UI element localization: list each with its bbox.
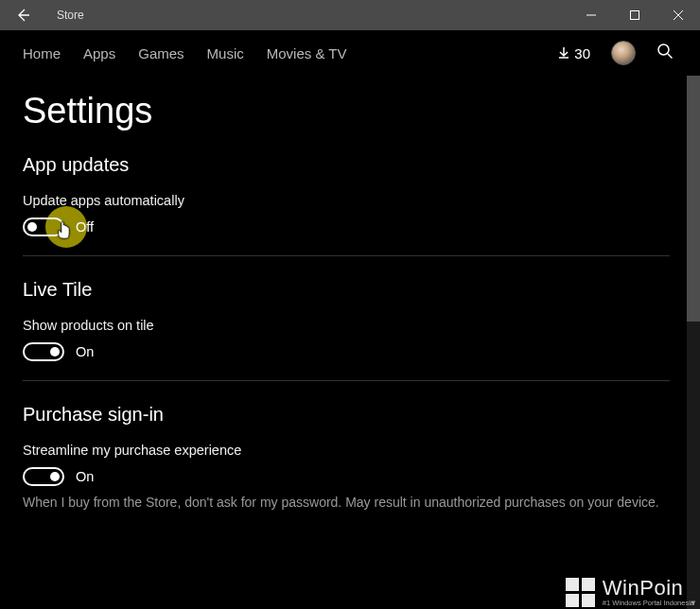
purchase-help-text: When I buy from the Store, don't ask for… — [23, 494, 670, 513]
titlebar: Store — [0, 0, 700, 30]
svg-line-5 — [668, 54, 673, 59]
section-purchase-signin: Purchase sign-in Streamline my purchase … — [23, 404, 670, 513]
section-live-tile: Live Tile Show products on tile On — [23, 279, 670, 361]
minimize-icon — [586, 10, 596, 20]
nav-games[interactable]: Games — [138, 45, 184, 61]
setting-label-streamline: Streamline my purchase experience — [23, 443, 670, 458]
toggle-state-auto-update: Off — [76, 219, 94, 235]
toggle-show-products[interactable] — [23, 342, 64, 361]
avatar[interactable] — [611, 41, 636, 65]
search-icon — [656, 43, 674, 60]
search-button[interactable] — [656, 43, 674, 63]
setting-label-auto-update: Update apps automatically — [23, 193, 670, 208]
minimize-button[interactable] — [569, 0, 613, 30]
section-title-purchase: Purchase sign-in — [23, 404, 670, 426]
maximize-icon — [630, 10, 639, 20]
section-title-app-updates: App updates — [23, 154, 670, 176]
download-count: 30 — [574, 45, 590, 61]
downloads-indicator[interactable]: 30 — [557, 45, 590, 61]
svg-rect-1 — [631, 11, 639, 20]
watermark-title: WinPoin — [603, 578, 694, 599]
nav-home[interactable]: Home — [23, 45, 61, 61]
arrow-left-icon — [15, 8, 30, 23]
winpoin-logo-icon — [566, 578, 595, 607]
scrollbar[interactable]: ▲ ▼ — [687, 76, 700, 609]
nav-music[interactable]: Music — [207, 45, 244, 61]
scroll-thumb[interactable] — [687, 76, 700, 322]
close-button[interactable] — [656, 0, 700, 30]
watermark-sub: #1 Windows Portal Indonesia — [603, 599, 694, 607]
toggle-state-show-products: On — [76, 344, 94, 359]
content: Settings App updates Update apps automat… — [0, 76, 700, 513]
nav-movies-tv[interactable]: Movies & TV — [267, 45, 347, 61]
download-icon — [557, 46, 570, 60]
section-app-updates: App updates Update apps automatically Of… — [23, 154, 670, 236]
svg-point-4 — [658, 44, 669, 55]
nav-apps[interactable]: Apps — [83, 45, 115, 61]
page-title: Settings — [23, 91, 670, 131]
toggle-knob — [50, 347, 60, 357]
app-title: Store — [45, 9, 84, 22]
divider — [23, 380, 670, 381]
back-button[interactable] — [0, 0, 45, 30]
navbar: Home Apps Games Music Movies & TV 30 — [0, 30, 700, 76]
section-title-live-tile: Live Tile — [23, 279, 670, 301]
toggle-state-streamline: On — [76, 469, 94, 484]
toggle-knob — [50, 472, 60, 481]
divider — [23, 255, 670, 256]
toggle-streamline-purchase[interactable] — [23, 467, 64, 486]
close-icon — [674, 10, 683, 20]
cursor-pointer-icon — [57, 221, 72, 245]
watermark: WinPoin #1 Windows Portal Indonesia — [566, 578, 694, 607]
toggle-knob — [27, 222, 37, 232]
setting-label-show-products: Show products on tile — [23, 318, 670, 333]
maximize-button[interactable] — [613, 0, 656, 30]
